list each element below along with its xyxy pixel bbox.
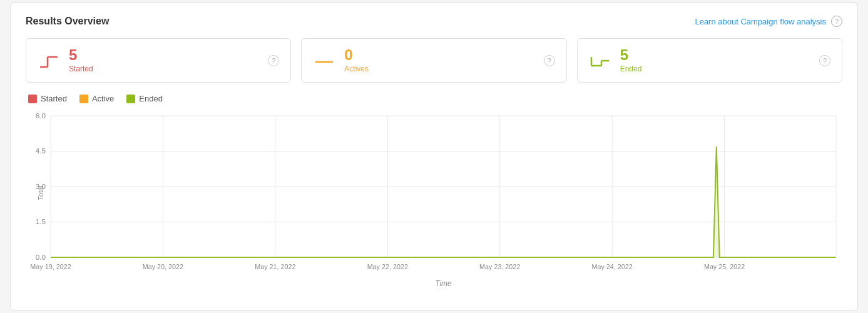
chart-svg: 6.0 4.5 3.0 1.5 0.0 May 19, 2022 May 20,… [51,116,836,269]
svg-text:May 22, 2022: May 22, 2022 [367,263,408,270]
svg-text:May 21, 2022: May 21, 2022 [255,263,295,270]
x-axis-label: Time [435,279,452,288]
metric-value-started: 5 [69,48,93,63]
svg-text:May 20, 2022: May 20, 2022 [143,263,183,270]
metric-left-started: 5 Started [38,48,93,73]
header-right: Learn about Campaign flow analysis ? [695,16,842,27]
header-help-icon[interactable]: ? [831,16,842,27]
metric-card-actives: 0 Actives ? [301,38,566,83]
chart-area: Total [26,110,842,297]
metric-card-started: 5 Started ? [26,38,291,83]
legend-item-started: Started [28,94,67,103]
svg-text:4.5: 4.5 [36,148,46,155]
metric-help-started[interactable]: ? [268,55,279,66]
svg-text:May 25, 2022: May 25, 2022 [704,263,745,270]
metric-value-actives: 0 [344,48,369,63]
metrics-row: 5 Started ? 0 Actives ? [26,38,842,83]
y-axis-label: Total [37,185,44,200]
metric-info-ended: 5 Ended [620,48,642,73]
metric-info-actives: 0 Actives [344,48,369,73]
metric-left-actives: 0 Actives [313,48,369,73]
svg-text:May 23, 2022: May 23, 2022 [479,263,520,270]
started-icon [38,49,60,72]
legend-label-started: Started [41,94,67,103]
svg-text:May 19, 2022: May 19, 2022 [30,263,71,270]
card-title: Results Overview [26,16,109,27]
metric-label-ended: Ended [620,64,642,73]
metric-help-ended[interactable]: ? [819,55,830,66]
legend-label-active: Active [92,94,114,103]
metric-label-actives: Actives [344,64,369,73]
metric-card-ended: 5 Ended ? [577,38,842,83]
actives-icon [313,49,335,72]
card-header: Results Overview Learn about Campaign fl… [26,16,842,27]
metric-label-started: Started [69,64,93,73]
legend-dot-started [28,95,37,103]
legend-row: Started Active Ended [26,94,842,103]
chart-inner: Total [51,116,836,269]
svg-text:0.0: 0.0 [36,254,46,261]
metric-info-started: 5 Started [69,48,93,73]
svg-text:1.5: 1.5 [36,218,46,226]
legend-dot-ended [126,95,135,103]
metric-help-actives[interactable]: ? [544,55,555,66]
ended-icon [589,49,611,72]
svg-text:May 24, 2022: May 24, 2022 [591,263,632,270]
legend-label-ended: Ended [139,94,163,103]
legend-item-ended: Ended [126,94,163,103]
metric-left-ended: 5 Ended [589,48,642,73]
metric-value-ended: 5 [620,48,642,63]
legend-dot-active [79,95,88,103]
legend-item-active: Active [79,94,114,103]
svg-text:6.0: 6.0 [36,112,46,120]
learn-link[interactable]: Learn about Campaign flow analysis [695,17,826,26]
results-overview-card: Results Overview Learn about Campaign fl… [10,3,858,310]
